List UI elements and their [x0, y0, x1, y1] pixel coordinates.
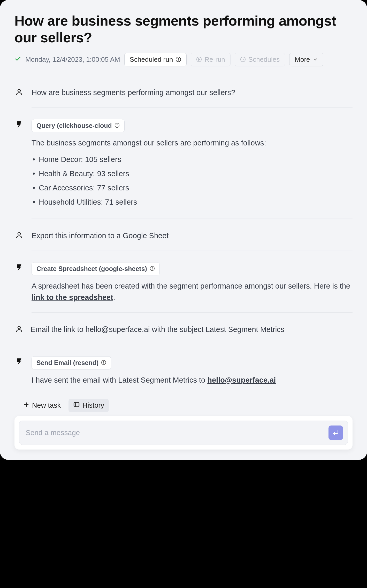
assistant-text: I have sent the email with Latest Segmen…	[32, 375, 353, 386]
svg-point-14	[18, 326, 20, 329]
history-label: History	[82, 401, 104, 409]
tool-label: Query (clickhouse-cloud	[36, 122, 112, 129]
user-message-text: Export this information to a Google Shee…	[32, 230, 353, 242]
scheduled-run-chip[interactable]: Scheduled run	[124, 53, 187, 66]
plus-icon	[23, 401, 29, 409]
assistant-avatar	[14, 119, 24, 219]
spreadsheet-link[interactable]: link to the spreadsheet	[32, 293, 113, 301]
user-message-text: Email the link to hello@superface.ai wit…	[30, 324, 353, 335]
tool-chip-spreadsheet[interactable]: Create Spreadsheet (google-sheets)	[32, 262, 160, 275]
tool-chip-query[interactable]: Query (clickhouse-cloud	[32, 119, 125, 132]
info-icon	[114, 122, 120, 129]
message-user: Export this information to a Google Shee…	[14, 228, 353, 251]
assistant-intro: The business segments amongst our seller…	[32, 137, 353, 149]
new-task-label: New task	[32, 401, 61, 409]
conversation-thread: How are business segments performing amo…	[14, 85, 353, 389]
list-item: Household Utilities: 71 sellers	[39, 195, 353, 209]
text-before: I have sent the email with Latest Segmen…	[32, 376, 207, 384]
user-avatar	[14, 87, 24, 108]
text-after: .	[113, 293, 115, 301]
assistant-text: A spreadsheet has been created with the …	[32, 281, 353, 303]
rerun-label: Re-run	[204, 56, 225, 64]
run-timestamp: Monday, 12/4/2023, 1:00:05 AM	[25, 56, 120, 64]
tool-chip-email[interactable]: Send Email (resend)	[32, 356, 111, 369]
divider	[32, 107, 353, 108]
composer-inner	[19, 421, 348, 445]
message-user: How are business segments performing amo…	[14, 85, 353, 108]
info-icon	[150, 265, 155, 273]
svg-point-13	[152, 267, 152, 268]
schedules-label: Schedules	[248, 56, 280, 64]
divider	[32, 312, 353, 313]
svg-point-17	[104, 361, 104, 362]
svg-point-2	[178, 58, 179, 59]
message-user: Email the link to hello@superface.ai wit…	[14, 322, 353, 345]
svg-point-10	[18, 233, 20, 235]
clock-icon	[240, 57, 246, 62]
message-assistant: Send Email (resend) I have sent the emai…	[14, 354, 353, 389]
app-window: How are business segments performing amo…	[0, 0, 367, 460]
schedules-button[interactable]: Schedules	[235, 53, 285, 66]
assistant-avatar	[14, 262, 24, 312]
history-button[interactable]: History	[68, 399, 109, 412]
divider	[32, 219, 353, 219]
list-item: Car Accessories: 77 sellers	[39, 181, 353, 195]
divider	[32, 345, 353, 345]
more-label: More	[295, 56, 310, 64]
user-avatar	[14, 230, 24, 251]
chevron-down-icon	[313, 57, 318, 62]
message-assistant: Query (clickhouse-cloud The business seg…	[14, 117, 353, 219]
footer-tabs: New task History	[14, 399, 353, 412]
play-icon	[196, 57, 202, 62]
divider	[32, 251, 353, 251]
text-before: A spreadsheet has been created with the …	[32, 282, 350, 290]
scheduled-run-label: Scheduled run	[130, 56, 173, 64]
rerun-button[interactable]: Re-run	[191, 53, 230, 66]
composer	[14, 416, 353, 450]
list-item: Health & Beauty: 93 sellers	[39, 167, 353, 181]
svg-point-6	[18, 89, 20, 92]
message-assistant: Create Spreadsheet (google-sheets) A spr…	[14, 260, 353, 312]
list-item: Home Decor: 105 sellers	[39, 152, 353, 167]
svg-rect-20	[74, 403, 79, 407]
more-button[interactable]: More	[289, 53, 323, 66]
page-title: How are business segments performing amo…	[14, 12, 353, 46]
assistant-avatar	[14, 356, 24, 389]
segment-list: Home Decor: 105 sellers Health & Beauty:…	[32, 152, 353, 209]
email-link[interactable]: hello@superface.ai	[207, 376, 276, 384]
svg-marker-4	[199, 58, 200, 60]
check-icon	[14, 56, 21, 63]
user-message-text: How are business segments performing amo…	[32, 87, 353, 98]
svg-point-9	[117, 124, 117, 125]
tool-label: Create Spreadsheet (google-sheets)	[36, 265, 147, 273]
info-icon	[175, 57, 181, 62]
tool-label: Send Email (resend)	[36, 359, 98, 367]
message-input[interactable]	[26, 429, 325, 437]
meta-row: Monday, 12/4/2023, 1:00:05 AM Scheduled …	[14, 53, 353, 66]
info-icon	[101, 359, 106, 367]
user-avatar	[14, 324, 24, 345]
panel-icon	[73, 401, 80, 410]
send-button[interactable]	[328, 425, 343, 440]
new-task-button[interactable]: New task	[19, 399, 65, 412]
